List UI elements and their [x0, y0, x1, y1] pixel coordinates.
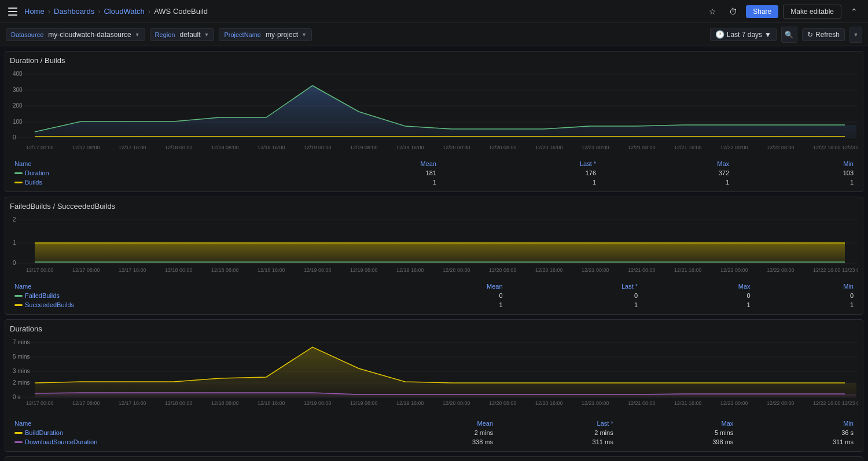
svg-text:7 mins: 7 mins	[13, 339, 30, 345]
documentation-panel: Documentation AWS CloudWatch CodeBuild d…	[5, 456, 863, 461]
panel3-title: Durations	[10, 324, 858, 333]
svg-text:12/21 00:00: 12/21 00:00	[582, 400, 609, 406]
panel3-legend-row-downloadsource[interactable]: DownloadSourceDuration 338 ms 311 ms 398…	[10, 437, 858, 447]
share-button[interactable]: Share	[746, 5, 778, 18]
panel2-legend-row-succeeded[interactable]: SucceededBuilds 1 1 1 1	[10, 300, 858, 309]
project-value: my-project	[266, 31, 298, 39]
panel1-legend-name-header: Name	[10, 159, 284, 168]
hamburger-menu[interactable]	[6, 5, 20, 19]
panel2-failed-name: FailedBuilds	[10, 291, 374, 300]
panel1-builds-name: Builds	[10, 178, 284, 187]
panel2-failed-last: 0	[507, 291, 642, 300]
refresh-icon: ↻	[807, 31, 813, 39]
svg-text:12/18 16:00: 12/18 16:00	[258, 400, 285, 406]
zoom-button[interactable]: 🔍	[781, 27, 797, 43]
svg-text:12/20 16:00: 12/20 16:00	[535, 145, 563, 150]
collapse-button[interactable]: ⌃	[846, 3, 862, 20]
svg-text:3 mins: 3 mins	[13, 368, 30, 374]
make-editable-button[interactable]: Make editable	[783, 5, 841, 19]
svg-text:12/19 08:00: 12/19 08:00	[350, 267, 378, 273]
panel2-legend-row-failed[interactable]: FailedBuilds 0 0 0 0	[10, 291, 858, 300]
svg-text:12/19 00:00: 12/19 00:00	[304, 145, 332, 150]
svg-text:12/19 16:00: 12/19 16:00	[396, 400, 424, 406]
settings-button[interactable]: ⏱	[725, 3, 741, 20]
datasource-value: my-cloudwatch-datasource	[48, 31, 131, 39]
svg-text:12/19 00:00: 12/19 00:00	[304, 400, 332, 406]
time-range-value: Last 7 days	[727, 31, 762, 39]
panel1-legend: Name Mean Last * Max Min Duration 181	[10, 159, 858, 187]
panel1-legend-mean-header: Mean	[284, 159, 441, 168]
panel2-failed-mean: 0	[374, 291, 507, 300]
star-button[interactable]: ☆	[704, 3, 720, 20]
time-range-picker[interactable]: 🕐 Last 7 days ▼	[710, 28, 777, 41]
panel1-title: Duration / Builds	[10, 56, 858, 65]
svg-text:12/22 16:00: 12/22 16:00	[813, 267, 841, 273]
breadcrumb-home[interactable]: Home	[24, 7, 45, 16]
project-selector[interactable]: ProjectName my-project ▼	[219, 28, 312, 41]
svg-text:12/21 08:00: 12/21 08:00	[628, 400, 656, 406]
svg-text:12/18 00:00: 12/18 00:00	[165, 145, 193, 150]
panel3-legend-name-header: Name	[10, 419, 377, 428]
panel3-legend: Name Mean Last * Max Min BuildDuration 2	[10, 419, 858, 447]
svg-text:12/18 08:00: 12/18 08:00	[211, 267, 239, 273]
svg-text:12/20 00:00: 12/20 00:00	[443, 145, 470, 150]
panel2-succeeded-max: 1	[642, 300, 755, 309]
svg-text:0: 0	[13, 134, 16, 141]
panel3-buildduration-color	[14, 432, 23, 434]
svg-text:12/17 16:00: 12/17 16:00	[119, 267, 146, 273]
svg-text:12/20 00:00: 12/20 00:00	[443, 400, 470, 406]
svg-text:12/21 08:00: 12/21 08:00	[628, 145, 656, 150]
nav-right-actions: ☆ ⏱ Share Make editable ⌃	[704, 3, 862, 20]
svg-text:12/17 16:00: 12/17 16:00	[119, 400, 146, 406]
panel2-succeeded-mean: 1	[374, 300, 507, 309]
panel3-legend-max-header: Max	[618, 419, 738, 428]
breadcrumb: Home › Dashboards › CloudWatch › AWS Cod…	[24, 7, 700, 16]
datasource-selector[interactable]: Datasource my-cloudwatch-datasource ▼	[6, 28, 145, 41]
svg-text:12/17 00:00: 12/17 00:00	[26, 267, 54, 273]
svg-text:12/17 00:00: 12/17 00:00	[26, 400, 54, 406]
svg-text:12/22 16:00: 12/22 16:00	[813, 145, 841, 150]
refresh-button[interactable]: ↻ Refresh	[802, 28, 845, 41]
svg-text:0 s: 0 s	[13, 394, 20, 400]
top-nav: Home › Dashboards › CloudWatch › AWS Cod…	[0, 0, 868, 23]
breadcrumb-dashboards[interactable]: Dashboards	[54, 7, 94, 16]
svg-text:400: 400	[13, 71, 23, 77]
panel2-legend: Name Mean Last * Max Min FailedBuilds 0	[10, 282, 858, 309]
svg-text:12/23 00:00: 12/23 00:00	[842, 400, 858, 406]
svg-text:12/19 00:00: 12/19 00:00	[304, 267, 332, 273]
region-selector[interactable]: Region default ▼	[150, 28, 215, 41]
panel3-downloadsource-max: 398 ms	[618, 437, 738, 447]
svg-text:12/20 00:00: 12/20 00:00	[443, 267, 470, 273]
project-label: ProjectName	[224, 31, 261, 38]
panel2-failed-min: 0	[755, 291, 858, 300]
panel1-legend-row-duration[interactable]: Duration 181 176 372 103	[10, 168, 858, 178]
panel1-duration-min: 103	[734, 168, 858, 178]
panel2-svg: 2 1 0 12/17 00:00 12/17 08:00 12/17 16:0…	[10, 214, 858, 281]
panel3-legend-row-buildduration[interactable]: BuildDuration 2 mins 2 mins 5 mins 36 s	[10, 428, 858, 437]
svg-text:12/17 16:00: 12/17 16:00	[119, 145, 146, 150]
svg-text:12/22 08:00: 12/22 08:00	[767, 145, 795, 150]
panel2-legend-name-header: Name	[10, 282, 374, 291]
panel1-legend-row-builds[interactable]: Builds 1 1 1 1	[10, 178, 858, 187]
svg-text:12/17 08:00: 12/17 08:00	[72, 267, 100, 273]
svg-text:2: 2	[13, 216, 16, 223]
panel1-duration-mean: 181	[284, 168, 441, 178]
panel1-builds-last: 1	[441, 178, 601, 187]
svg-text:12/21 00:00: 12/21 00:00	[582, 267, 609, 273]
panel3-buildduration-min: 36 s	[738, 428, 858, 437]
panel3-buildduration-name: BuildDuration	[10, 428, 377, 437]
refresh-dropdown-button[interactable]: ▼	[849, 27, 862, 43]
svg-text:100: 100	[13, 119, 23, 125]
svg-text:12/20 16:00: 12/20 16:00	[535, 400, 563, 406]
svg-text:12/20 08:00: 12/20 08:00	[489, 145, 517, 150]
svg-text:12/22 08:00: 12/22 08:00	[767, 267, 795, 273]
panel3-legend-last-header: Last *	[498, 419, 618, 428]
region-chevron-icon: ▼	[204, 32, 209, 38]
panel3-chart: 7 mins 5 mins 3 mins 2 mins 0 s 12/17 00…	[10, 337, 858, 418]
panel3-buildduration-last: 2 mins	[498, 428, 618, 437]
svg-text:12/21 16:00: 12/21 16:00	[674, 267, 702, 273]
breadcrumb-cloudwatch[interactable]: CloudWatch	[104, 7, 144, 16]
panel1-chart: 400 300 200 100 0 12/1	[10, 68, 858, 158]
clock-icon: 🕐	[715, 30, 724, 39]
panel2-title: FailedBuilds / SucceededBuilds	[10, 202, 858, 211]
